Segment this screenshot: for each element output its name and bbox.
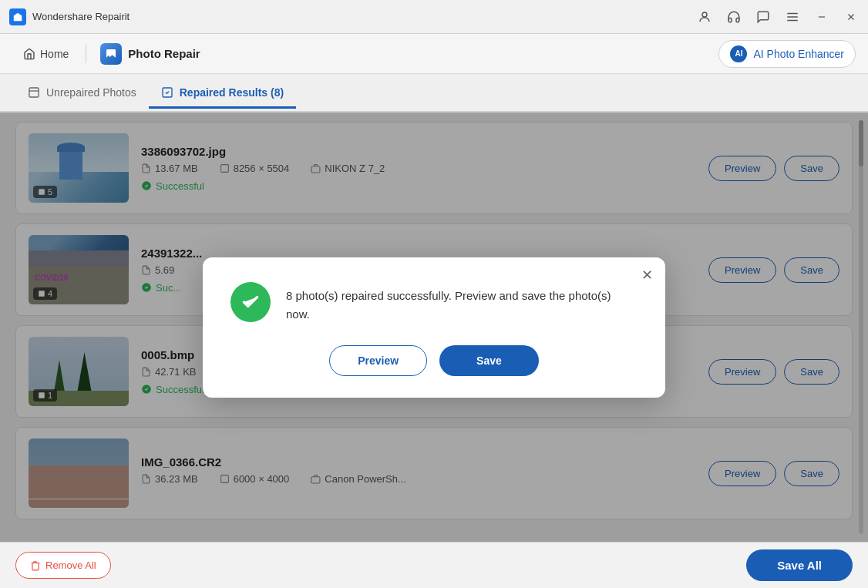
modal-body: 8 photo(s) repaired successfully. Previe…	[230, 282, 638, 324]
modal-overlay: ✕ 8 photo(s) repaired successfully. Prev…	[0, 113, 868, 542]
nav-right: AI AI Photo Enhancer	[718, 40, 856, 68]
minimize-icon[interactable]	[814, 9, 829, 25]
home-label: Home	[40, 48, 69, 60]
success-modal: ✕ 8 photo(s) repaired successfully. Prev…	[203, 257, 665, 398]
save-all-button[interactable]: Save All	[746, 549, 853, 581]
modal-preview-button[interactable]: Preview	[329, 345, 427, 376]
remove-all-button[interactable]: Remove All	[15, 552, 111, 579]
bottom-bar: Remove All Save All	[0, 542, 868, 588]
photo-repair-nav[interactable]: Photo Repair	[93, 39, 207, 69]
nav-separator	[86, 45, 86, 63]
tab-unrepaired[interactable]: Unrepaired Photos	[15, 79, 149, 109]
remove-all-label: Remove All	[45, 559, 96, 571]
ai-enhancer-label: AI Photo Enhancer	[753, 48, 844, 60]
close-icon[interactable]	[843, 9, 859, 25]
headset-icon[interactable]	[726, 9, 742, 25]
feedback-icon[interactable]	[755, 9, 771, 25]
ai-badge: AI	[730, 45, 747, 62]
svg-rect-8	[29, 88, 39, 97]
svg-point-0	[702, 12, 707, 17]
modal-save-button[interactable]: Save	[439, 345, 539, 376]
tab-unrepaired-label: Unrepaired Photos	[46, 86, 136, 99]
window-controls	[697, 9, 859, 25]
tab-repaired-label: Repaired Results (8)	[180, 86, 284, 99]
nav-bar: Home Photo Repair AI AI Photo Enhancer	[0, 34, 868, 74]
modal-close-button[interactable]: ✕	[641, 268, 653, 282]
svg-point-7	[109, 51, 111, 53]
menu-icon[interactable]	[785, 9, 800, 25]
photo-repair-icon	[100, 43, 122, 65]
modal-message: 8 photo(s) repaired successfully. Previe…	[286, 282, 638, 324]
tab-repaired[interactable]: Repaired Results (8)	[149, 79, 296, 109]
ai-enhancer-btn[interactable]: AI AI Photo Enhancer	[718, 40, 856, 68]
tab-bar: Unrepaired Photos Repaired Results (8)	[0, 74, 868, 113]
title-bar: Wondershare Repairit	[0, 0, 868, 34]
success-check-icon	[230, 282, 271, 322]
home-nav[interactable]: Home	[12, 43, 79, 65]
app-name: Wondershare Repairit	[32, 11, 130, 22]
profile-icon[interactable]	[697, 9, 712, 25]
main-content: 5 3386093702.jpg 13.67 MB 8256 × 5504	[0, 113, 868, 542]
photo-repair-label: Photo Repair	[128, 47, 200, 60]
app-logo	[9, 8, 26, 25]
modal-actions: Preview Save	[230, 345, 638, 376]
